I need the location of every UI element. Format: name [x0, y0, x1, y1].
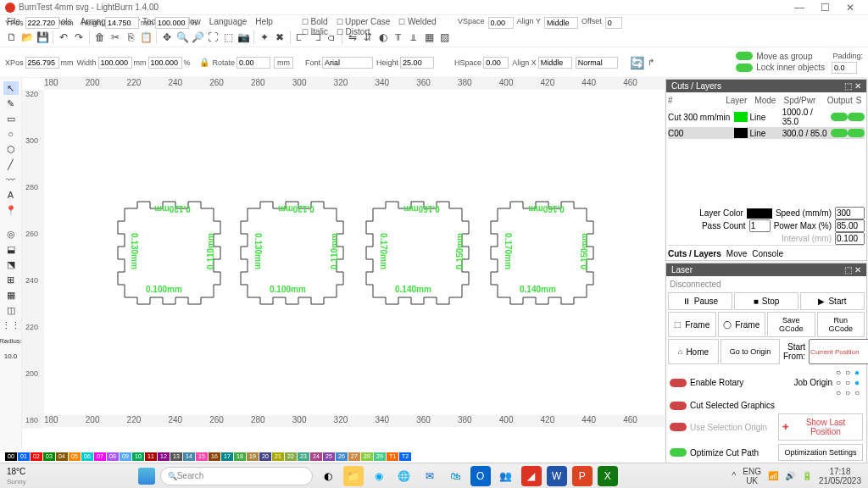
unit-toggle[interactable]: mm — [274, 57, 293, 69]
color-swatch-06[interactable]: 06 — [81, 452, 93, 461]
job-origin-grid[interactable]: ○○●○○●○○○ — [836, 368, 863, 397]
app-outlook-icon[interactable]: O — [470, 466, 491, 486]
node-tool-icon[interactable]: ✎ — [3, 97, 19, 110]
paste-icon[interactable]: 📋 — [139, 30, 153, 44]
menu-language[interactable]: Language — [209, 17, 248, 26]
minimize-button[interactable]: — — [787, 2, 812, 14]
normal-select[interactable] — [576, 57, 618, 69]
camera-icon[interactable]: 📷 — [236, 30, 250, 44]
color-swatch-05[interactable]: 05 — [69, 452, 81, 461]
color-swatch-27[interactable]: 27 — [348, 452, 360, 461]
select-icon[interactable]: ⬚ — [221, 30, 235, 44]
weld-tool-icon[interactable]: ⬓ — [3, 242, 19, 256]
line-tool-icon[interactable]: ╱ — [3, 158, 19, 171]
marker-tool-icon[interactable]: 📍 — [3, 203, 19, 217]
pause-button[interactable]: ⏸Pause — [668, 292, 732, 310]
color-swatch-01[interactable]: 01 — [18, 452, 30, 461]
color-swatch-08[interactable]: 08 — [107, 452, 119, 461]
color-swatch-07[interactable]: 07 — [94, 452, 106, 461]
lock-inner-toggle[interactable] — [736, 64, 753, 72]
color-swatch-26[interactable]: 26 — [336, 452, 348, 461]
undo-icon[interactable]: ↶ — [57, 30, 70, 44]
offset-input[interactable] — [605, 17, 622, 29]
move-group-toggle[interactable] — [736, 52, 753, 60]
use-sel-toggle[interactable] — [670, 423, 687, 431]
tool-a-icon[interactable]: ✦ — [258, 30, 271, 44]
dots-tool-icon[interactable]: ⋮⋮ — [3, 319, 19, 332]
oframe-button[interactable]: ◯ Frame — [718, 312, 766, 337]
cuts-row-0[interactable]: Cut 300 mm/min Line 1000.0 / 35.0 — [668, 107, 865, 127]
color-swatch-23[interactable]: 23 — [298, 452, 309, 461]
volume-icon[interactable]: 🔊 — [785, 471, 795, 480]
color-swatch-04[interactable]: 04 — [56, 452, 68, 461]
lock-icon[interactable]: 🔒 — [199, 58, 209, 67]
pmax-input[interactable] — [835, 219, 865, 232]
arrow-icon[interactable]: ↱ — [648, 58, 654, 67]
color-swatch-00[interactable]: 00 — [5, 452, 17, 461]
app-explorer-icon[interactable]: 📁 — [343, 466, 364, 486]
menu-help[interactable]: Help — [255, 17, 273, 26]
home-button[interactable]: ⌂ Home — [668, 339, 719, 364]
width2-input[interactable] — [148, 57, 182, 69]
array-tool-icon[interactable]: ⊞ — [3, 273, 19, 286]
offset-tool-icon[interactable]: ◎ — [3, 227, 19, 241]
optimize-toggle[interactable] — [670, 448, 687, 457]
opt-settings-button[interactable]: Optimization Settings — [778, 444, 863, 461]
cut-icon[interactable]: ✂ — [108, 30, 122, 44]
canvas[interactable]: 1802002202402602803003203403603804004204… — [22, 78, 665, 451]
interval-input[interactable] — [835, 232, 865, 245]
zoomout-icon[interactable]: 🔎 — [191, 30, 204, 44]
app-lightburn-icon[interactable]: ◢ — [521, 466, 542, 486]
color-swatch-21[interactable]: 21 — [272, 452, 284, 461]
redo-icon[interactable]: ↷ — [72, 30, 86, 44]
bold-check[interactable]: Bold — [311, 17, 328, 26]
height2-input[interactable] — [155, 17, 189, 29]
ungroup-icon[interactable]: ▨ — [437, 30, 451, 44]
app-word-icon[interactable]: W — [547, 466, 567, 486]
open-icon[interactable]: 📂 — [20, 30, 34, 44]
hspace-input[interactable] — [483, 57, 509, 69]
color-swatch-16[interactable]: 16 — [209, 452, 220, 461]
fontheight-input[interactable] — [400, 57, 434, 69]
color-swatch-15[interactable]: 15 — [196, 452, 208, 461]
wifi-icon[interactable]: 📶 — [768, 471, 778, 480]
upper-check[interactable]: Upper Case — [345, 17, 390, 26]
zoomin-icon[interactable]: 🔍 — [175, 30, 189, 44]
dist-v-icon[interactable]: ⫫ — [407, 30, 420, 44]
app-chrome-icon[interactable]: 🌐 — [394, 466, 415, 486]
color-swatch-12[interactable]: 12 — [158, 452, 170, 461]
measure-tool-icon[interactable]: ◫ — [3, 303, 19, 317]
new-icon[interactable]: 🗋 — [5, 30, 19, 44]
clock-time[interactable]: 17:18 — [829, 467, 850, 476]
group-icon[interactable]: ▦ — [422, 30, 436, 44]
cuts-row-1[interactable]: C00 Line 300.0 / 85.0 — [668, 127, 865, 139]
start-button[interactable] — [138, 468, 155, 485]
color-swatch-02[interactable]: 02 — [31, 452, 42, 461]
laser-close-icon[interactable]: ⬚ ✕ — [844, 265, 861, 274]
goto-origin-button[interactable]: Go to Origin — [721, 339, 780, 364]
pass-input[interactable] — [749, 219, 771, 232]
rotary-toggle[interactable] — [670, 379, 687, 387]
refresh-icon[interactable]: 🔄 — [630, 56, 644, 69]
alignx-select[interactable] — [538, 57, 572, 69]
padding-input[interactable] — [832, 62, 857, 74]
tab-move[interactable]: Move — [726, 249, 747, 258]
weather-temp[interactable]: 18°C — [7, 467, 25, 476]
ellipse-tool-icon[interactable]: ○ — [3, 127, 19, 141]
show-last-button[interactable]: ✚ Show Last Position — [778, 413, 863, 441]
app-ppt-icon[interactable]: P — [572, 466, 593, 486]
start-button[interactable]: ▶Start — [800, 292, 865, 310]
save-gcode-button[interactable]: Save GCode — [767, 312, 815, 337]
tab-console[interactable]: Console — [752, 249, 783, 258]
height-input[interactable] — [105, 17, 139, 29]
vspace-input[interactable] — [488, 17, 514, 29]
close-button[interactable]: ✕ — [837, 2, 863, 14]
pointer-tool-icon[interactable]: ↖ — [3, 81, 19, 95]
tool-b-icon[interactable]: ✖ — [273, 30, 287, 44]
maximize-button[interactable]: ☐ — [812, 2, 837, 14]
text-tool-icon[interactable]: A — [3, 188, 19, 202]
rotate-input[interactable] — [236, 57, 270, 69]
stop-button[interactable]: ■Stop — [734, 292, 798, 310]
app-teams-icon[interactable]: 👥 — [496, 466, 516, 486]
ypos-input[interactable] — [25, 17, 59, 29]
